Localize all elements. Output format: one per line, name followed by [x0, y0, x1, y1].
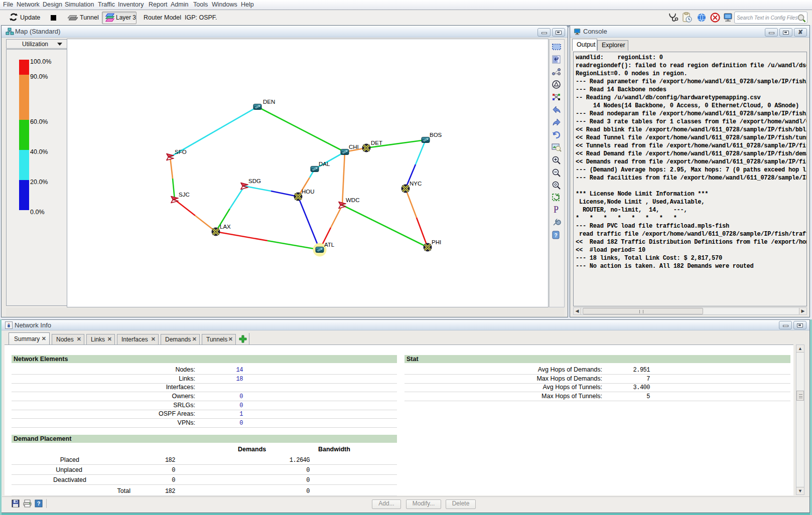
svg-text:?: ?: [37, 500, 41, 506]
svg-text:P: P: [554, 205, 559, 215]
svg-text:?: ?: [554, 233, 557, 238]
